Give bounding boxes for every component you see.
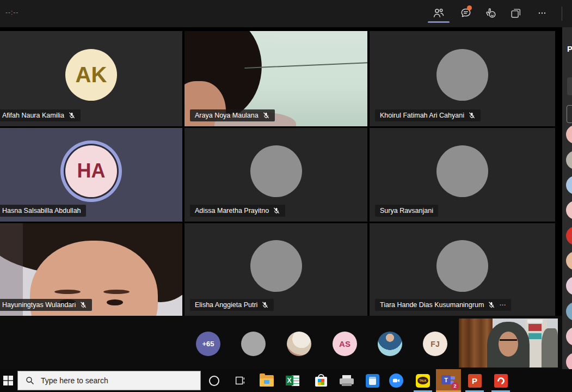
avatar-placeholder: [250, 240, 302, 292]
panel-participant-avatar[interactable]: [566, 302, 572, 321]
chat-notification-dot: [467, 5, 472, 10]
participant-name: Surya Ravsanjani: [380, 207, 433, 215]
active-tab-underline: [428, 21, 450, 23]
reactions-icon[interactable]: [480, 4, 502, 22]
participant-nameplate: Adissa Maretha Prayitno: [190, 205, 285, 217]
avatar-placeholder: [250, 145, 302, 197]
microsoft-store-icon[interactable]: [309, 369, 334, 392]
kakaotalk-icon[interactable]: TALK: [410, 369, 435, 392]
participant-nameplate: Elisha Anggieta Putri: [190, 299, 274, 311]
mic-muted-icon: [79, 301, 87, 309]
mic-muted-icon: [273, 207, 280, 215]
self-view-video[interactable]: [459, 318, 558, 367]
participant-name: Hayuningtyas Wulandari: [2, 301, 76, 309]
participant-tile[interactable]: Elisha Anggieta Putri: [184, 223, 367, 316]
panel-participant-avatar[interactable]: [566, 176, 572, 194]
search-placeholder: Type here to search: [41, 376, 108, 385]
participant-tile[interactable]: AK Afifah Naura Kamilia: [0, 31, 182, 126]
printer-icon[interactable]: [334, 369, 359, 392]
video-person-eye: [107, 299, 123, 305]
shelf-box-teal: [528, 333, 542, 339]
cortana-icon[interactable]: [201, 369, 226, 392]
participant-nameplate: Hayuningtyas Wulandari: [0, 299, 92, 311]
people-panel-partial: P: [562, 27, 572, 369]
start-icon[interactable]: [3, 376, 13, 385]
file-explorer-icon[interactable]: [254, 369, 279, 392]
participant-nameplate: Khoirul Fatimah Ari Cahyani: [375, 109, 481, 121]
participant-nameplate: Surya Ravsanjani: [375, 205, 438, 217]
participants-icon[interactable]: [428, 4, 450, 22]
avatar-placeholder: [436, 240, 488, 292]
participant-nameplate: Afifah Naura Kamilia: [0, 109, 81, 121]
panel-participant-avatar[interactable]: [566, 151, 572, 169]
panel-participant-avatar[interactable]: [566, 201, 572, 219]
zoom-icon[interactable]: [384, 369, 409, 392]
participant-avatar-initials[interactable]: FJ: [423, 332, 447, 356]
participant-avatar-placeholder[interactable]: [241, 332, 266, 356]
shelf-box: [527, 320, 543, 323]
participant-name: Hasna Salsabilla Abdullah: [2, 207, 81, 215]
participant-name: Khoirul Fatimah Ari Cahyani: [380, 112, 464, 119]
panel-participant-avatar[interactable]: [566, 226, 572, 245]
pdf-reader-icon[interactable]: [488, 369, 513, 392]
more-options-icon[interactable]: [531, 4, 553, 22]
taskbar-search-input[interactable]: Type here to search: [17, 371, 201, 390]
participant-nameplate: Tiara Hande Dias Kusumaningrum ⋯: [375, 299, 511, 311]
teams-meeting-window: --:--: [0, 0, 572, 392]
participant-name: Tiara Hande Dias Kusumaningrum: [380, 301, 484, 309]
video-person-eyebrow: [54, 290, 81, 294]
participant-avatar-photo[interactable]: [287, 332, 311, 356]
shelf-box-red: [528, 324, 542, 331]
tile-more-menu-icon[interactable]: ⋯: [499, 303, 506, 307]
participant-tile-video[interactable]: Araya Noya Maulana: [184, 31, 367, 126]
meeting-top-bar: --:--: [0, 0, 572, 27]
panel-participant-avatar[interactable]: [566, 353, 572, 371]
participant-name: Araya Noya Maulana: [195, 112, 259, 119]
panel-participant-avatar[interactable]: [566, 277, 572, 295]
video-person-eyebrow: [103, 290, 130, 294]
excel-icon[interactable]: X: [280, 369, 305, 392]
meeting-timer: --:--: [5, 9, 19, 16]
participant-name: Adissa Maretha Prayitno: [195, 207, 269, 215]
more-participants-count[interactable]: +65: [196, 332, 220, 356]
search-icon: [26, 376, 34, 385]
windows-taskbar: Type here to search X: [0, 369, 572, 392]
avatar: HA: [65, 145, 117, 197]
panel-search-box-partial[interactable]: [567, 77, 572, 95]
self-person-glasses: [500, 339, 517, 344]
mic-muted-icon: [488, 301, 495, 309]
participant-tile-video[interactable]: Hayuningtyas Wulandari: [0, 223, 182, 316]
mic-muted-icon: [261, 301, 269, 309]
panel-participant-avatar[interactable]: [566, 125, 572, 144]
panel-title: P: [567, 44, 572, 53]
breakout-rooms-icon[interactable]: [505, 4, 527, 22]
avatar-placeholder: [436, 145, 488, 197]
participant-avatar-initials[interactable]: AS: [333, 332, 357, 356]
participant-tile[interactable]: Tiara Hande Dias Kusumaningrum ⋯: [370, 223, 555, 316]
participant-avatar-photo[interactable]: [378, 332, 402, 356]
chat-icon[interactable]: [455, 4, 477, 22]
background-figure: [542, 328, 558, 367]
mic-muted-icon: [468, 112, 476, 119]
participant-tile[interactable]: Khoirul Fatimah Ari Cahyani: [370, 31, 555, 126]
participant-name: Elisha Anggieta Putri: [195, 301, 257, 309]
participant-name: Afifah Naura Kamilia: [2, 112, 64, 119]
topbar-divider: [562, 7, 562, 21]
teams-notification-badge: 2: [451, 382, 459, 390]
mic-muted-icon: [68, 112, 76, 119]
participant-tile-speaking[interactable]: HA Hasna Salsabilla Abdullah: [0, 128, 182, 222]
participant-tile[interactable]: Adissa Maretha Prayitno: [184, 128, 367, 222]
panel-button-partial[interactable]: [567, 105, 572, 123]
self-person-face: [499, 332, 518, 357]
task-view-icon[interactable]: [227, 369, 253, 392]
panel-participant-avatar[interactable]: [566, 327, 572, 346]
teams-icon[interactable]: T 2: [436, 369, 461, 392]
panel-participant-avatar[interactable]: [566, 252, 572, 270]
powerpoint-icon[interactable]: P: [462, 369, 487, 392]
participant-nameplate: Hasna Salsabilla Abdullah: [0, 205, 86, 217]
participant-nameplate: Araya Noya Maulana: [190, 109, 275, 121]
mic-muted-icon: [262, 112, 270, 119]
participant-tile[interactable]: Surya Ravsanjani: [370, 128, 555, 222]
blue-app-icon[interactable]: [360, 369, 385, 392]
avatar: AK: [65, 49, 117, 101]
